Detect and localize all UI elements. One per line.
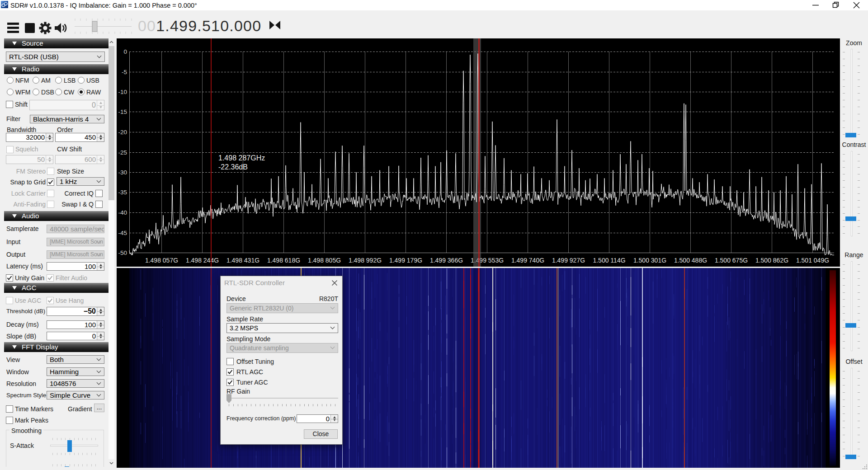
svg-text:-15: -15 [118, 108, 127, 115]
svg-text:1.498 992G: 1.498 992G [349, 257, 382, 264]
svg-text:-22.36dB: -22.36dB [218, 163, 248, 171]
svg-text:1.498 244G: 1.498 244G [186, 257, 219, 264]
svg-text:-10: -10 [118, 89, 127, 95]
svg-text:1.499 366G: 1.499 366G [430, 257, 463, 264]
svg-text:-25: -25 [118, 149, 127, 156]
svg-text:1.501 049G: 1.501 049G [796, 257, 829, 264]
svg-text:1.500 301G: 1.500 301G [633, 257, 666, 264]
svg-text:-40: -40 [118, 209, 127, 216]
svg-text:0: 0 [123, 48, 127, 55]
svg-text:1.500 114G: 1.500 114G [593, 257, 625, 264]
svg-text:-5: -5 [122, 69, 127, 75]
svg-text:1.498 618G: 1.498 618G [267, 257, 300, 264]
svg-text:1.498 057G: 1.498 057G [145, 257, 178, 264]
svg-text:1.499 179G: 1.499 179G [389, 257, 422, 264]
svg-text:-45: -45 [118, 230, 127, 236]
svg-text:1.498 805G: 1.498 805G [308, 257, 341, 264]
svg-text:-35: -35 [118, 189, 127, 196]
svg-text:-20: -20 [118, 129, 127, 136]
svg-text:1.499 927G: 1.499 927G [552, 257, 585, 264]
svg-text:1.500 862G: 1.500 862G [755, 257, 788, 264]
svg-text:1.500 488G: 1.500 488G [674, 257, 707, 264]
svg-text:1.499 740G: 1.499 740G [511, 257, 544, 264]
svg-text:1.498 431G: 1.498 431G [226, 257, 259, 264]
svg-text:-30: -30 [118, 169, 127, 176]
svg-text:1.498 287GHz: 1.498 287GHz [218, 154, 265, 162]
svg-text:1.500 675G: 1.500 675G [715, 257, 748, 264]
svg-text:-50: -50 [118, 249, 127, 256]
